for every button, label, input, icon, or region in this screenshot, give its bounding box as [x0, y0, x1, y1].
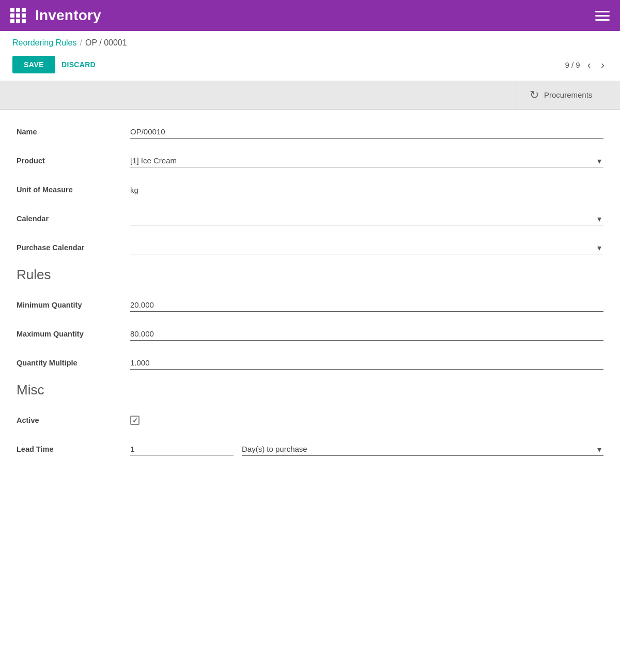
toolbar: SAVE DISCARD 9 / 9 ‹ ›	[0, 52, 620, 81]
unit-static: kg	[130, 184, 138, 196]
active-value: ✓	[130, 416, 603, 425]
qty-multiple-label: Quantity Multiple	[17, 359, 130, 367]
active-row: Active ✓	[17, 410, 603, 430]
product-value: [1] Ice Cream [2] Chocolate [3] Vanilla	[130, 154, 603, 167]
rules-section-divider: Rules	[17, 267, 603, 283]
min-qty-input[interactable]	[130, 298, 603, 312]
discard-button[interactable]: DISCARD	[61, 60, 96, 69]
purchase-calendar-row: Purchase Calendar Monday-Friday All Days	[17, 238, 603, 257]
calendar-select-wrapper: Monday-Friday All Days	[130, 212, 603, 225]
breadcrumb-separator: /	[80, 38, 82, 48]
max-qty-value	[130, 327, 603, 341]
action-bar: ↻ Procurements	[0, 81, 620, 110]
lead-time-row: Lead Time Day(s) to purchase Week(s) to …	[17, 439, 603, 459]
misc-section-title: Misc	[17, 382, 603, 398]
unit-value: kg	[130, 184, 603, 196]
header-left: Inventory	[10, 7, 101, 24]
purchase-calendar-label: Purchase Calendar	[17, 243, 130, 252]
product-select-wrapper: [1] Ice Cream [2] Chocolate [3] Vanilla	[130, 154, 603, 167]
product-label: Product	[17, 157, 130, 165]
misc-section-divider: Misc	[17, 382, 603, 398]
name-label: Name	[17, 128, 130, 136]
active-label: Active	[17, 416, 130, 424]
hamburger-menu-icon[interactable]	[595, 11, 610, 21]
purchase-calendar-select-wrapper: Monday-Friday All Days	[130, 241, 603, 254]
top-header: Inventory	[0, 0, 620, 31]
max-qty-row: Maximum Quantity	[17, 324, 603, 344]
check-mark-icon: ✓	[132, 417, 138, 424]
lead-time-input[interactable]	[130, 442, 234, 456]
save-button[interactable]: SAVE	[12, 56, 55, 73]
app-title: Inventory	[35, 7, 101, 24]
product-select[interactable]: [1] Ice Cream [2] Chocolate [3] Vanilla	[130, 154, 603, 167]
action-bar-left	[0, 81, 517, 109]
breadcrumb: Reordering Rules / OP / 00001	[0, 31, 620, 52]
rules-section-title: Rules	[17, 267, 603, 283]
qty-multiple-row: Quantity Multiple	[17, 353, 603, 373]
next-record-button[interactable]: ›	[598, 58, 608, 72]
purchase-calendar-value: Monday-Friday All Days	[130, 241, 603, 254]
refresh-icon: ↻	[530, 88, 539, 102]
toolbar-right: 9 / 9 ‹ ›	[565, 58, 608, 72]
min-qty-label: Minimum Quantity	[17, 301, 130, 309]
procurements-button[interactable]: ↻ Procurements	[517, 81, 620, 109]
unit-label: Unit of Measure	[17, 186, 130, 194]
calendar-select[interactable]: Monday-Friday All Days	[130, 212, 603, 225]
calendar-label: Calendar	[17, 215, 130, 223]
name-row: Name	[17, 122, 603, 142]
max-qty-label: Maximum Quantity	[17, 330, 130, 338]
lead-time-label: Lead Time	[17, 445, 130, 453]
purchase-calendar-select[interactable]: Monday-Friday All Days	[130, 241, 603, 254]
toolbar-left: SAVE DISCARD	[12, 56, 96, 73]
active-checkbox[interactable]: ✓	[130, 416, 140, 425]
lead-time-unit-select[interactable]: Day(s) to purchase Week(s) to purchase M…	[242, 442, 603, 456]
form-section: Name Product [1] Ice Cream [2] Chocolate…	[0, 110, 620, 477]
product-row: Product [1] Ice Cream [2] Chocolate [3] …	[17, 151, 603, 171]
lead-time-value: Day(s) to purchase Week(s) to purchase M…	[130, 442, 603, 456]
qty-multiple-value	[130, 356, 603, 370]
breadcrumb-link[interactable]: Reordering Rules	[12, 38, 77, 48]
calendar-value: Monday-Friday All Days	[130, 212, 603, 225]
calendar-row: Calendar Monday-Friday All Days	[17, 209, 603, 228]
name-value	[130, 125, 603, 139]
prev-record-button[interactable]: ‹	[584, 58, 594, 72]
pagination-text: 9 / 9	[565, 60, 580, 69]
unit-row: Unit of Measure kg	[17, 180, 603, 200]
breadcrumb-current: OP / 00001	[85, 38, 127, 48]
min-qty-value	[130, 298, 603, 312]
min-qty-row: Minimum Quantity	[17, 295, 603, 315]
qty-multiple-input[interactable]	[130, 356, 603, 370]
procurements-label: Procurements	[544, 90, 592, 99]
lead-time-unit-wrapper: Day(s) to purchase Week(s) to purchase M…	[242, 442, 603, 456]
name-input[interactable]	[130, 125, 603, 139]
apps-grid-icon[interactable]	[10, 8, 26, 23]
max-qty-input[interactable]	[130, 327, 603, 341]
